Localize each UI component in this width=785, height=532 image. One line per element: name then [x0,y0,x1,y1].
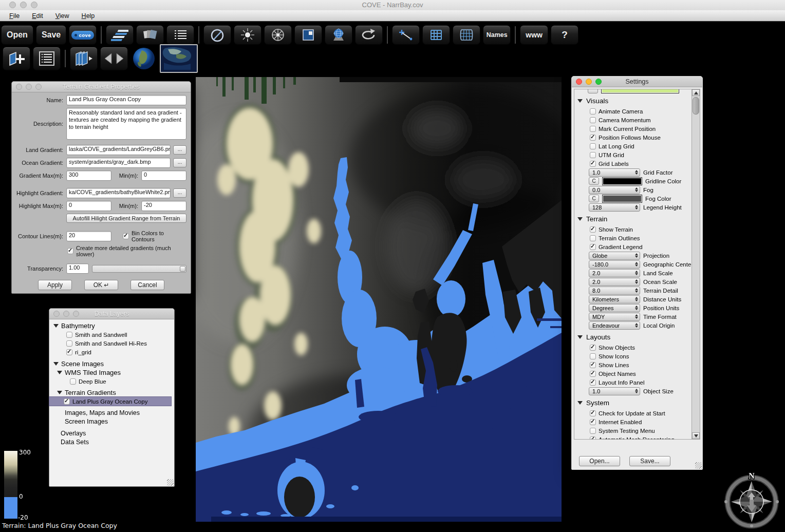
checkbox[interactable] [590,244,596,250]
checkbox[interactable] [590,345,596,351]
layers-button[interactable] [106,25,134,45]
stepper[interactable]: 2.0 [589,278,640,286]
grid-button[interactable] [422,25,450,45]
checkbox[interactable] [590,379,596,386]
checkbox[interactable] [590,410,596,416]
layer-checkbox[interactable] [70,378,76,385]
zoom-button[interactable] [595,79,602,85]
cancel-button[interactable]: Cancel [130,280,164,290]
scrollbar[interactable] [691,89,700,439]
section-system[interactable]: System [577,398,691,407]
checkbox[interactable] [590,135,596,141]
tree-item[interactable]: Screen Images [49,417,174,426]
contour-lines-field[interactable]: 20 [66,231,111,241]
tree-group-wms[interactable]: WMS Tiled Images [49,368,174,377]
color-picker-button[interactable]: C [589,177,599,185]
gradient-max-field[interactable]: 300 [66,170,111,181]
views-cycle-button[interactable] [70,47,98,70]
www-button[interactable]: www [520,25,548,45]
checkbox[interactable] [590,235,596,241]
checkbox[interactable] [590,371,596,377]
tree-item[interactable]: Images, Maps and Movies [49,408,174,417]
apply-button[interactable]: Apply [38,280,72,290]
color-swatch[interactable] [601,89,679,93]
slider-thumb[interactable] [180,266,185,272]
dialog-titlebar[interactable]: Data Layers [49,309,174,319]
section-layouts[interactable]: Layouts [577,332,691,341]
tree-group-bathymetry[interactable]: Bathymetry [49,321,174,330]
tree-item[interactable]: Smith and Sandwell Hi-Res [49,339,174,348]
stepper[interactable]: MDY [589,313,640,321]
browse-button[interactable]: ... [173,188,186,198]
transparency-field[interactable]: 1.00 [66,263,89,274]
close-button[interactable] [16,84,22,90]
save-button[interactable]: Save [36,25,66,45]
tree-item[interactable]: Overlays [49,429,174,438]
stepper[interactable]: 1.0 [589,168,640,177]
disclosure-triangle-icon[interactable] [53,362,59,366]
tree-item[interactable]: ri_grid [49,348,174,356]
ok-button[interactable]: OK ↵ [84,280,118,290]
tree-group-scene-images[interactable]: Scene Images [49,359,174,368]
measure-button[interactable] [392,25,420,45]
color-swatch[interactable] [602,195,642,203]
layer-checkbox[interactable] [64,398,70,405]
checkbox[interactable] [590,419,596,425]
time-button[interactable] [203,25,231,45]
checkbox[interactable] [590,226,596,233]
settings-save-button[interactable]: Save... [629,456,670,466]
section-terrain[interactable]: Terrain [577,214,691,223]
land-gradient-field[interactable]: laska/COVE_gradients/LandGreyGB6.png [66,145,171,155]
dialog-titlebar[interactable]: Settings [572,77,702,87]
rotate-button[interactable] [355,25,383,45]
highlight-max-field[interactable]: 0 [66,201,111,211]
highlight-min-field[interactable]: -20 [141,201,186,211]
checkbox[interactable] [590,362,596,368]
close-button[interactable] [576,79,582,85]
checkbox[interactable] [590,152,596,158]
view-list-button[interactable] [33,47,61,70]
stepper[interactable]: Endeavour [589,321,640,330]
name-field[interactable]: Land Plus Gray Ocean Copy [66,95,186,105]
scene-images-button[interactable] [136,25,164,45]
checkbox[interactable] [590,143,596,149]
compass-rose[interactable]: N [718,470,785,532]
bin-colors-checkbox[interactable] [123,233,129,239]
checkbox[interactable] [590,436,596,440]
tree-item[interactable]: Deep Blue [49,377,174,386]
disclosure-triangle-icon[interactable] [577,335,583,339]
dialog-titlebar[interactable]: Terrain Gradient Properties [12,82,191,92]
tree-group-terrain-gradients[interactable]: Terrain Gradients [49,388,174,397]
zoom-button[interactable] [73,311,79,317]
checkbox[interactable] [590,428,596,434]
browse-button[interactable]: ... [173,158,186,167]
color-picker-button[interactable] [588,89,598,93]
back-forward-button[interactable] [100,47,128,70]
checkbox[interactable] [590,108,596,115]
sun-button[interactable] [234,25,261,45]
color-picker-button[interactable]: C [589,195,599,202]
minimize-button[interactable] [63,311,69,317]
compass-view-button[interactable] [264,25,292,45]
resize-grip[interactable] [167,479,174,486]
tree-item[interactable]: Smith and Sandwell [49,330,174,339]
gradient-min-field[interactable]: 0 [141,170,186,181]
menu-edit[interactable]: Edit [27,11,48,21]
graticule-button[interactable] [453,25,480,45]
checkbox[interactable] [590,353,596,359]
section-visuals[interactable]: Visuals [577,96,691,105]
browse-button[interactable]: ... [173,145,186,155]
open-button[interactable]: Open [1,25,33,45]
stepper[interactable]: Degrees [589,304,640,312]
map-view[interactable] [196,77,562,522]
disclosure-triangle-icon[interactable] [57,391,62,394]
scene-thumbnail[interactable] [160,44,198,73]
stepper[interactable]: 2.0 [589,269,640,277]
stepper[interactable]: 0.0 [589,186,640,194]
disclosure-triangle-icon[interactable] [53,324,59,328]
description-field[interactable]: Reasonably standard land and sea gradien… [66,108,186,140]
viewport-button[interactable] [294,25,322,45]
minimize-button[interactable] [26,84,32,90]
layer-checkbox[interactable] [66,332,72,338]
disclosure-triangle-icon[interactable] [577,99,583,103]
